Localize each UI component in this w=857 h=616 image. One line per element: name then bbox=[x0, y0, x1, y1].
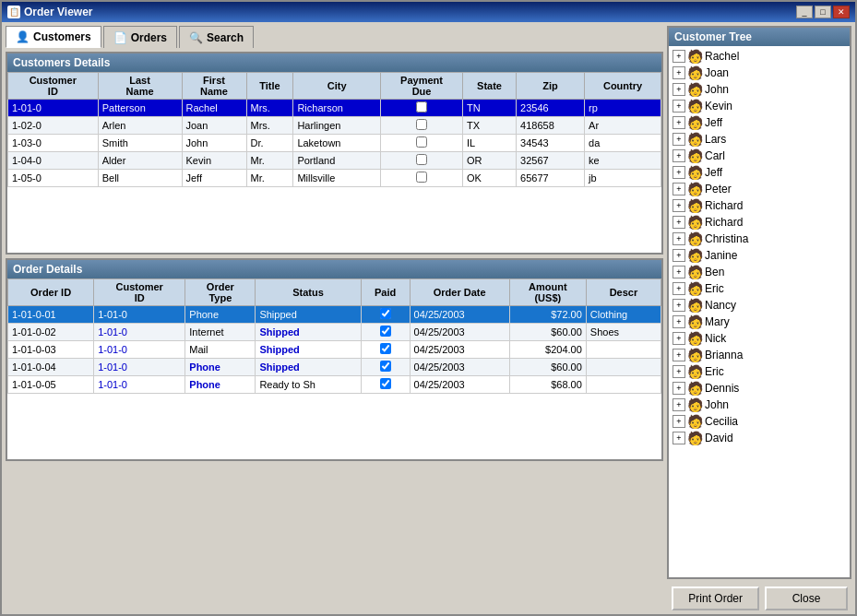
tree-expand-icon[interactable]: + bbox=[673, 382, 685, 395]
tree-expand-icon[interactable]: + bbox=[673, 50, 685, 63]
order-descr-cell bbox=[586, 359, 661, 376]
tree-expand-icon[interactable]: + bbox=[673, 116, 685, 129]
customer-row[interactable]: 1-01-0 Patterson Rachel Mrs. Richarson T… bbox=[8, 100, 661, 117]
order-row[interactable]: 1-01-0-02 1-01-0 Internet Shipped 04/25/… bbox=[8, 324, 661, 341]
order-row[interactable]: 1-01-0-05 1-01-0 Phone Ready to Sh 04/25… bbox=[8, 376, 661, 394]
customer-row[interactable]: 1-03-0 Smith John Dr. Laketown IL 34543 … bbox=[8, 135, 661, 152]
tree-item[interactable]: + 🧑 Janine bbox=[671, 247, 848, 264]
paid-checkbox[interactable] bbox=[380, 343, 391, 354]
tree-expand-icon[interactable]: + bbox=[673, 349, 685, 361]
tree-item[interactable]: + 🧑 Jeff bbox=[671, 164, 848, 181]
tree-person-icon: 🧑 bbox=[687, 331, 703, 346]
tab-search[interactable]: 🔍 Search bbox=[179, 26, 254, 48]
tree-expand-icon[interactable]: + bbox=[673, 315, 685, 328]
tree-item[interactable]: + 🧑 Brianna bbox=[671, 347, 848, 363]
customer-row[interactable]: 1-04-0 Alder Kevin Mr. Portland OR 32567… bbox=[8, 152, 661, 170]
cust-first-cell: Jeff bbox=[182, 170, 246, 187]
print-order-button[interactable]: Print Order bbox=[672, 586, 759, 610]
tree-item[interactable]: + 🧑 Rachel bbox=[671, 48, 848, 65]
paid-checkbox[interactable] bbox=[380, 378, 391, 389]
tree-person-icon: 🧑 bbox=[687, 265, 703, 279]
tree-item[interactable]: + 🧑 John bbox=[671, 397, 848, 413]
tree-item[interactable]: + 🧑 Richard bbox=[671, 197, 848, 214]
tree-item-label: Jeff bbox=[705, 116, 722, 129]
paid-checkbox[interactable] bbox=[380, 308, 391, 319]
tree-item[interactable]: + 🧑 John bbox=[671, 81, 848, 98]
customer-row[interactable]: 1-05-0 Bell Jeff Mr. Millsville OK 65677… bbox=[8, 170, 661, 187]
paid-checkbox[interactable] bbox=[380, 326, 391, 337]
minimize-button[interactable]: _ bbox=[796, 6, 813, 18]
tree-person-icon: 🧑 bbox=[687, 115, 703, 130]
tree-expand-icon[interactable]: + bbox=[673, 398, 685, 411]
tree-container[interactable]: + 🧑 Rachel + 🧑 Joan + 🧑 John + 🧑 Kevin +… bbox=[669, 46, 850, 577]
cust-zip-cell: 34543 bbox=[517, 135, 585, 152]
customers-table-container[interactable]: CustomerID LastName FirstName Title City… bbox=[7, 72, 661, 253]
tree-expand-icon[interactable]: + bbox=[673, 415, 685, 428]
tree-item[interactable]: + 🧑 Nancy bbox=[671, 297, 848, 314]
customer-row[interactable]: 1-02-0 Arlen Joan Mrs. Harlingen TX 4186… bbox=[8, 117, 661, 135]
order-row[interactable]: 1-01-0-01 1-01-0 Phone Shipped 04/25/200… bbox=[8, 306, 661, 324]
tree-item[interactable]: + 🧑 Dennis bbox=[671, 380, 848, 397]
paid-checkbox[interactable] bbox=[380, 361, 391, 372]
tree-person-icon: 🧑 bbox=[687, 397, 703, 412]
orders-table-container[interactable]: Order ID CustomerID OrderType Status Pai… bbox=[7, 278, 661, 459]
tree-item[interactable]: + 🧑 Lars bbox=[671, 131, 848, 148]
tree-expand-icon[interactable]: + bbox=[673, 432, 685, 444]
tree-expand-icon[interactable]: + bbox=[673, 365, 685, 378]
tree-expand-icon[interactable]: + bbox=[673, 100, 685, 113]
tree-item[interactable]: + 🧑 Eric bbox=[671, 280, 848, 297]
tab-customers[interactable]: 👤 Customers bbox=[6, 26, 101, 48]
tree-expand-icon[interactable]: + bbox=[673, 166, 685, 179]
col-order-date: Order Date bbox=[410, 279, 509, 306]
tree-expand-icon[interactable]: + bbox=[673, 66, 685, 79]
tree-item[interactable]: + 🧑 Kevin bbox=[671, 98, 848, 114]
tree-expand-icon[interactable]: + bbox=[673, 216, 685, 229]
tree-expand-icon[interactable]: + bbox=[673, 282, 685, 295]
tree-item[interactable]: + 🧑 Joan bbox=[671, 65, 848, 81]
tree-expand-icon[interactable]: + bbox=[673, 199, 685, 212]
tree-item[interactable]: + 🧑 Peter bbox=[671, 181, 848, 197]
payment-checkbox[interactable] bbox=[416, 136, 427, 148]
tree-item[interactable]: + 🧑 Jeff bbox=[671, 114, 848, 131]
close-button[interactable]: Close bbox=[765, 586, 848, 610]
tree-item-label: Joan bbox=[705, 66, 729, 79]
tab-orders[interactable]: 📄 Orders bbox=[103, 26, 177, 48]
tree-expand-icon[interactable]: + bbox=[673, 232, 685, 245]
maximize-button[interactable]: □ bbox=[815, 6, 831, 18]
tree-item-label: Eric bbox=[705, 365, 724, 378]
cust-first-cell: Kevin bbox=[182, 152, 246, 170]
cust-last-cell: Alder bbox=[98, 152, 182, 170]
tree-expand-icon[interactable]: + bbox=[673, 299, 685, 312]
payment-checkbox[interactable] bbox=[416, 172, 427, 183]
tree-item[interactable]: + 🧑 Eric bbox=[671, 363, 848, 380]
tree-item[interactable]: + 🧑 Christina bbox=[671, 231, 848, 247]
tree-item[interactable]: + 🧑 Richard bbox=[671, 214, 848, 231]
tree-expand-icon[interactable]: + bbox=[673, 133, 685, 146]
payment-checkbox[interactable] bbox=[416, 101, 427, 113]
tree-expand-icon[interactable]: + bbox=[673, 83, 685, 96]
cust-title-cell: Mrs. bbox=[246, 100, 293, 117]
tree-item[interactable]: + 🧑 Ben bbox=[671, 264, 848, 280]
tree-expand-icon[interactable]: + bbox=[673, 183, 685, 195]
tree-expand-icon[interactable]: + bbox=[673, 149, 685, 162]
tree-expand-icon[interactable]: + bbox=[673, 266, 685, 278]
tree-person-icon: 🧑 bbox=[687, 182, 703, 196]
payment-checkbox[interactable] bbox=[416, 119, 427, 130]
tree-expand-icon[interactable]: + bbox=[673, 249, 685, 262]
order-row[interactable]: 1-01-0-03 1-01-0 Mail Shipped 04/25/2003… bbox=[8, 341, 661, 359]
close-window-button[interactable]: ✕ bbox=[833, 6, 850, 18]
order-descr-cell: Clothing bbox=[586, 306, 661, 324]
tree-item[interactable]: + 🧑 Carl bbox=[671, 148, 848, 164]
tree-item[interactable]: + 🧑 Cecilia bbox=[671, 413, 848, 430]
tree-item[interactable]: + 🧑 Mary bbox=[671, 314, 848, 330]
col-customer-id: CustomerID bbox=[8, 73, 99, 100]
tree-item-label: Cecilia bbox=[705, 415, 738, 428]
tree-item[interactable]: + 🧑 Nick bbox=[671, 330, 848, 347]
payment-checkbox[interactable] bbox=[416, 154, 427, 165]
order-date-cell: 04/25/2003 bbox=[410, 376, 509, 394]
order-row[interactable]: 1-01-0-04 1-01-0 Phone Shipped 04/25/200… bbox=[8, 359, 661, 376]
cust-payment-cell bbox=[381, 152, 463, 170]
tree-expand-icon[interactable]: + bbox=[673, 332, 685, 345]
tree-item[interactable]: + 🧑 David bbox=[671, 430, 848, 446]
tree-item-label: Janine bbox=[705, 249, 737, 262]
